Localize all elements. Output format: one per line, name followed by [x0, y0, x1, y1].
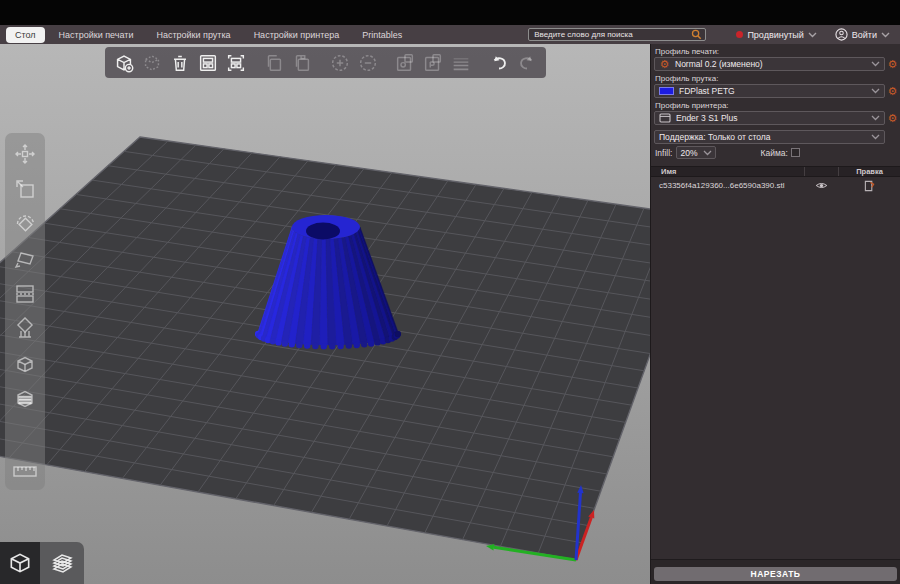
arrange-selection-button[interactable]: [223, 49, 249, 76]
split-parts-button[interactable]: [420, 49, 446, 76]
objects-table: Имя Правка c53356f4a129360...6e6590a390.…: [651, 166, 900, 194]
scale-icon[interactable]: [12, 176, 38, 202]
search-box[interactable]: [528, 28, 706, 41]
infill-label: Infill:: [655, 148, 672, 158]
tab-printables[interactable]: Printables: [353, 27, 411, 43]
manipulation-toolbar: [5, 133, 45, 490]
add-instance-button[interactable]: [327, 49, 353, 76]
place-on-face-icon[interactable]: [12, 246, 38, 272]
mode-selector[interactable]: Продвинутый: [736, 30, 816, 40]
redo-button[interactable]: [514, 49, 540, 76]
infill-value: 20%: [680, 148, 697, 158]
support-select[interactable]: Поддержка: Только от стола: [654, 130, 885, 144]
move-icon[interactable]: [12, 141, 38, 167]
mode-level-icon: [736, 31, 743, 38]
object-name: c53356f4a129360...6e6590a390.stl: [651, 181, 804, 190]
column-header-name: Имя: [651, 167, 804, 176]
view-mode-switcher: [0, 542, 84, 584]
settings-sidebar: Профиль печати: ⚙ Normal 0.2 (изменено) …: [650, 44, 900, 584]
chevron-down-icon: [703, 150, 712, 156]
chevron-down-icon: [871, 88, 880, 94]
add-object-button[interactable]: [111, 49, 137, 76]
printer-settings-gear-icon[interactable]: ⚙: [887, 113, 898, 124]
printer-icon: [659, 113, 671, 123]
paint-multimaterial-icon[interactable]: [12, 386, 38, 412]
filament-settings-gear-icon[interactable]: ⚙: [887, 86, 898, 97]
view-3d-button[interactable]: [0, 542, 40, 584]
table-row[interactable]: c53356f4a129360...6e6590a390.stl: [651, 177, 900, 194]
tabbar-right-controls: Продвинутый Войти: [736, 28, 894, 41]
infill-select[interactable]: 20%: [676, 146, 716, 159]
gear-icon: ⚙: [659, 59, 670, 70]
split-objects-button[interactable]: [392, 49, 418, 76]
copy-button[interactable]: [261, 49, 287, 76]
window-titlebar: [0, 0, 900, 25]
filament-profile-select[interactable]: FDPlast PETG: [654, 84, 885, 98]
tab-printer-settings[interactable]: Настройки принтера: [245, 27, 349, 43]
delete-object-button[interactable]: [139, 49, 165, 76]
paint-supports-icon[interactable]: [12, 316, 38, 342]
column-header-edit: Правка: [838, 167, 900, 176]
slice-button[interactable]: НАРЕЗАТЬ: [654, 567, 897, 581]
printer-profile-value: Ender 3 S1 Plus: [676, 113, 737, 123]
chevron-down-icon: [881, 32, 890, 38]
chevron-down-icon: [808, 32, 817, 38]
person-icon: [835, 28, 848, 41]
printer-profile-label: Профиль принтера:: [651, 98, 900, 111]
delete-all-button[interactable]: [167, 49, 193, 76]
eye-icon[interactable]: [815, 181, 828, 190]
chevron-down-icon: [871, 134, 880, 140]
print-profile-value: Normal 0.2 (изменено): [675, 59, 763, 69]
filament-profile-label: Профиль прутка:: [651, 71, 900, 84]
brim-checkbox[interactable]: [791, 148, 800, 157]
print-profile-label: Профиль печати:: [651, 44, 900, 57]
cut-icon[interactable]: [12, 281, 38, 307]
slice-bar: НАРЕЗАТЬ: [651, 559, 900, 584]
print-profile-settings-gear-icon[interactable]: ⚙: [887, 59, 898, 70]
login-label: Войти: [852, 30, 877, 40]
object-toolbar: [105, 47, 546, 78]
print-profile-select[interactable]: ⚙ Normal 0.2 (изменено): [654, 57, 885, 71]
remove-instance-button[interactable]: [355, 49, 381, 76]
layer-height-button[interactable]: [448, 49, 474, 76]
mode-label: Продвинутый: [747, 30, 803, 40]
paste-button[interactable]: [289, 49, 315, 76]
measure-icon[interactable]: [12, 458, 38, 484]
tab-plater[interactable]: Стол: [6, 27, 45, 43]
search-input[interactable]: [532, 29, 691, 40]
support-value: Поддержка: Только от стола: [659, 132, 771, 142]
edit-object-icon[interactable]: [864, 180, 875, 192]
view-preview-button[interactable]: [40, 542, 84, 584]
printer-profile-select[interactable]: Ender 3 S1 Plus: [654, 111, 885, 125]
magnifier-icon[interactable]: [691, 29, 702, 40]
arrange-button[interactable]: [195, 49, 221, 76]
tab-print-settings[interactable]: Настройки печати: [50, 27, 143, 43]
undo-button[interactable]: [486, 49, 512, 76]
filament-profile-value: FDPlast PETG: [679, 86, 735, 96]
rotate-icon[interactable]: [12, 211, 38, 237]
viewport-3d[interactable]: [0, 44, 650, 584]
chevron-down-icon: [871, 61, 880, 67]
viewport-canvas[interactable]: [0, 44, 650, 584]
login-button[interactable]: Войти: [835, 28, 890, 41]
main-tabbar: Стол Настройки печати Настройки прутка Н…: [0, 25, 900, 44]
tab-filament-settings[interactable]: Настройки прутка: [147, 27, 239, 43]
seam-icon[interactable]: [12, 351, 38, 377]
chevron-down-icon: [871, 115, 880, 121]
filament-color-swatch: [659, 87, 674, 95]
brim-label: Кайма:: [760, 148, 787, 158]
